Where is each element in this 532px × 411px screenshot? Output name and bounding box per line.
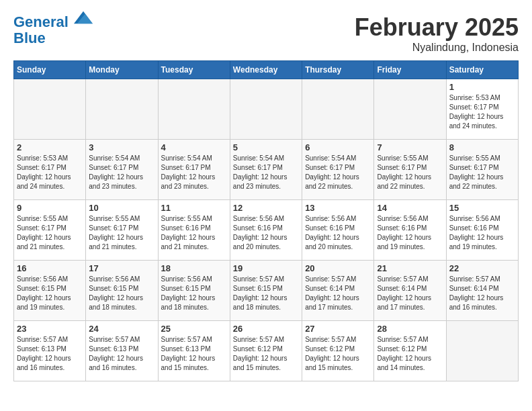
calendar-day-cell: 22Sunrise: 5:57 AM Sunset: 6:14 PM Dayli… — [446, 261, 518, 321]
logo-text: General — [13, 13, 93, 30]
day-number: 17 — [89, 263, 154, 273]
day-info: Sunrise: 5:56 AM Sunset: 6:16 PM Dayligh… — [449, 214, 515, 252]
calendar-day-cell: 11Sunrise: 5:55 AM Sunset: 6:16 PM Dayli… — [158, 200, 230, 261]
calendar-day-cell — [230, 79, 302, 140]
day-number: 19 — [233, 263, 299, 273]
day-info: Sunrise: 5:57 AM Sunset: 6:15 PM Dayligh… — [233, 275, 299, 312]
calendar-day-cell: 17Sunrise: 5:56 AM Sunset: 6:15 PM Dayli… — [86, 261, 158, 321]
day-number: 20 — [305, 263, 371, 273]
day-info: Sunrise: 5:54 AM Sunset: 6:17 PM Dayligh… — [89, 154, 154, 191]
logo-line2: Blue — [13, 30, 93, 46]
weekday-header-cell: Sunday — [14, 61, 86, 79]
day-number: 28 — [377, 324, 443, 334]
day-info: Sunrise: 5:56 AM Sunset: 6:16 PM Dayligh… — [305, 214, 371, 252]
calendar-day-cell: 7Sunrise: 5:55 AM Sunset: 6:17 PM Daylig… — [374, 140, 446, 200]
calendar-week-row: 16Sunrise: 5:56 AM Sunset: 6:15 PM Dayli… — [14, 261, 519, 321]
day-info: Sunrise: 5:56 AM Sunset: 6:15 PM Dayligh… — [89, 275, 154, 312]
calendar-day-cell: 2Sunrise: 5:53 AM Sunset: 6:17 PM Daylig… — [14, 140, 86, 200]
calendar-week-row: 1Sunrise: 5:53 AM Sunset: 6:17 PM Daylig… — [14, 79, 519, 140]
calendar-day-cell: 4Sunrise: 5:54 AM Sunset: 6:17 PM Daylig… — [158, 140, 230, 200]
day-info: Sunrise: 5:56 AM Sunset: 6:15 PM Dayligh… — [161, 275, 227, 312]
calendar-day-cell: 9Sunrise: 5:55 AM Sunset: 6:17 PM Daylig… — [14, 200, 86, 261]
weekday-header-cell: Thursday — [302, 61, 374, 79]
day-number: 3 — [89, 142, 154, 152]
calendar-day-cell — [446, 321, 518, 381]
day-number: 16 — [17, 263, 83, 273]
day-info: Sunrise: 5:57 AM Sunset: 6:14 PM Dayligh… — [305, 275, 371, 312]
calendar-day-cell: 27Sunrise: 5:57 AM Sunset: 6:12 PM Dayli… — [302, 321, 374, 381]
day-info: Sunrise: 5:57 AM Sunset: 6:14 PM Dayligh… — [449, 275, 515, 312]
day-number: 14 — [377, 203, 443, 213]
calendar-day-cell — [14, 79, 86, 140]
calendar-day-cell: 10Sunrise: 5:55 AM Sunset: 6:17 PM Dayli… — [86, 200, 158, 261]
calendar-day-cell: 3Sunrise: 5:54 AM Sunset: 6:17 PM Daylig… — [86, 140, 158, 200]
calendar-day-cell: 12Sunrise: 5:56 AM Sunset: 6:16 PM Dayli… — [230, 200, 302, 261]
month-title: February 2025 — [355, 13, 519, 42]
day-number: 8 — [449, 142, 515, 152]
logo-icon — [74, 8, 93, 27]
weekday-header-cell: Wednesday — [230, 61, 302, 79]
day-number: 7 — [377, 142, 443, 152]
day-number: 10 — [89, 203, 154, 213]
day-number: 11 — [161, 203, 227, 213]
weekday-header-cell: Tuesday — [158, 61, 230, 79]
calendar-body: 1Sunrise: 5:53 AM Sunset: 6:17 PM Daylig… — [14, 79, 519, 381]
day-number: 26 — [233, 324, 299, 334]
calendar-week-row: 2Sunrise: 5:53 AM Sunset: 6:17 PM Daylig… — [14, 140, 519, 200]
logo: General Blue — [13, 13, 93, 46]
calendar-day-cell: 23Sunrise: 5:57 AM Sunset: 6:13 PM Dayli… — [14, 321, 86, 381]
day-info: Sunrise: 5:57 AM Sunset: 6:13 PM Dayligh… — [17, 335, 83, 373]
day-info: Sunrise: 5:56 AM Sunset: 6:15 PM Dayligh… — [17, 275, 83, 312]
day-number: 4 — [161, 142, 227, 152]
calendar-day-cell: 24Sunrise: 5:57 AM Sunset: 6:13 PM Dayli… — [86, 321, 158, 381]
day-number: 24 — [89, 324, 154, 334]
day-info: Sunrise: 5:53 AM Sunset: 6:17 PM Dayligh… — [449, 93, 515, 131]
weekday-header-cell: Saturday — [446, 61, 518, 79]
day-info: Sunrise: 5:57 AM Sunset: 6:12 PM Dayligh… — [305, 335, 371, 373]
calendar-day-cell: 6Sunrise: 5:54 AM Sunset: 6:17 PM Daylig… — [302, 140, 374, 200]
logo-line1: General — [13, 13, 69, 30]
day-number: 12 — [233, 203, 299, 213]
calendar-day-cell: 5Sunrise: 5:54 AM Sunset: 6:17 PM Daylig… — [230, 140, 302, 200]
day-number: 13 — [305, 203, 371, 213]
day-number: 1 — [449, 82, 515, 92]
day-info: Sunrise: 5:57 AM Sunset: 6:14 PM Dayligh… — [377, 275, 443, 312]
title-block: February 2025 Nyalindung, Indonesia — [355, 13, 519, 54]
calendar-day-cell: 14Sunrise: 5:56 AM Sunset: 6:16 PM Dayli… — [374, 200, 446, 261]
day-number: 15 — [449, 203, 515, 213]
day-info: Sunrise: 5:53 AM Sunset: 6:17 PM Dayligh… — [17, 154, 83, 191]
calendar-day-cell: 13Sunrise: 5:56 AM Sunset: 6:16 PM Dayli… — [302, 200, 374, 261]
day-info: Sunrise: 5:55 AM Sunset: 6:16 PM Dayligh… — [161, 214, 227, 252]
calendar-day-cell — [158, 79, 230, 140]
calendar-day-cell: 16Sunrise: 5:56 AM Sunset: 6:15 PM Dayli… — [14, 261, 86, 321]
day-number: 5 — [233, 142, 299, 152]
calendar-day-cell: 26Sunrise: 5:57 AM Sunset: 6:12 PM Dayli… — [230, 321, 302, 381]
day-number: 27 — [305, 324, 371, 334]
day-info: Sunrise: 5:54 AM Sunset: 6:17 PM Dayligh… — [161, 154, 227, 191]
calendar-day-cell — [374, 79, 446, 140]
calendar-day-cell: 20Sunrise: 5:57 AM Sunset: 6:14 PM Dayli… — [302, 261, 374, 321]
day-info: Sunrise: 5:57 AM Sunset: 6:12 PM Dayligh… — [233, 335, 299, 373]
day-info: Sunrise: 5:56 AM Sunset: 6:16 PM Dayligh… — [233, 214, 299, 252]
day-info: Sunrise: 5:56 AM Sunset: 6:16 PM Dayligh… — [377, 214, 443, 252]
calendar-day-cell: 18Sunrise: 5:56 AM Sunset: 6:15 PM Dayli… — [158, 261, 230, 321]
day-info: Sunrise: 5:55 AM Sunset: 6:17 PM Dayligh… — [89, 214, 154, 252]
weekday-header-cell: Monday — [86, 61, 158, 79]
day-number: 22 — [449, 263, 515, 273]
calendar-day-cell: 1Sunrise: 5:53 AM Sunset: 6:17 PM Daylig… — [446, 79, 518, 140]
location: Nyalindung, Indonesia — [355, 42, 519, 54]
day-info: Sunrise: 5:57 AM Sunset: 6:13 PM Dayligh… — [161, 335, 227, 373]
calendar-week-row: 23Sunrise: 5:57 AM Sunset: 6:13 PM Dayli… — [14, 321, 519, 381]
calendar-table: SundayMondayTuesdayWednesdayThursdayFrid… — [13, 60, 519, 381]
calendar-day-cell — [302, 79, 374, 140]
day-number: 9 — [17, 203, 83, 213]
calendar-day-cell: 19Sunrise: 5:57 AM Sunset: 6:15 PM Dayli… — [230, 261, 302, 321]
day-number: 25 — [161, 324, 227, 334]
calendar-day-cell: 25Sunrise: 5:57 AM Sunset: 6:13 PM Dayli… — [158, 321, 230, 381]
page-header: General Blue February 2025 Nyalindung, I… — [13, 13, 519, 54]
calendar-day-cell: 21Sunrise: 5:57 AM Sunset: 6:14 PM Dayli… — [374, 261, 446, 321]
day-number: 18 — [161, 263, 227, 273]
day-info: Sunrise: 5:55 AM Sunset: 6:17 PM Dayligh… — [449, 154, 515, 191]
day-info: Sunrise: 5:54 AM Sunset: 6:17 PM Dayligh… — [305, 154, 371, 191]
calendar-day-cell: 8Sunrise: 5:55 AM Sunset: 6:17 PM Daylig… — [446, 140, 518, 200]
